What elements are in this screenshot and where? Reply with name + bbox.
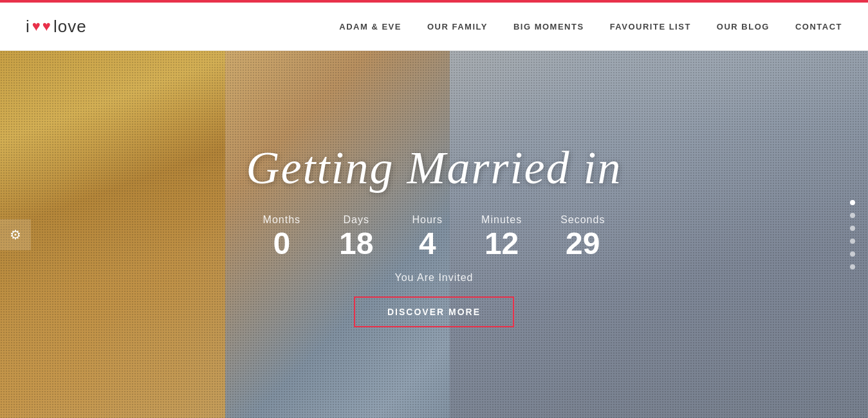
countdown-days: Days 18: [339, 214, 373, 259]
countdown-minutes: Minutes 12: [481, 214, 522, 259]
nav-adam-eve[interactable]: ADAM & EVE: [339, 22, 402, 32]
logo-text-after: love: [53, 17, 87, 37]
hero-title: Getting Married in: [246, 141, 622, 195]
dot-1[interactable]: [850, 200, 855, 205]
logo-text-before: i: [26, 17, 30, 37]
dots-navigation: [850, 200, 855, 269]
nav-our-family[interactable]: OUR FAMILY: [427, 22, 488, 32]
heart-icon-1: ♥: [32, 18, 41, 35]
minutes-label: Minutes: [481, 214, 522, 226]
gear-icon: ⚙: [10, 227, 21, 242]
invited-text: You Are Invited: [246, 272, 622, 284]
dot-5[interactable]: [850, 251, 855, 257]
logo[interactable]: i ♥ ♥ love: [26, 17, 87, 37]
countdown-months: Months 0: [263, 214, 300, 259]
seconds-label: Seconds: [560, 214, 605, 226]
dot-6[interactable]: [850, 264, 855, 269]
minutes-value: 12: [485, 228, 519, 259]
hours-label: Hours: [412, 214, 443, 226]
hero-content: Getting Married in Months 0 Days 18 Hour…: [246, 141, 622, 327]
discover-more-button[interactable]: DISCOVER MORE: [354, 296, 514, 327]
nav-contact[interactable]: CONTACT: [795, 22, 842, 32]
dot-3[interactable]: [850, 226, 855, 231]
hero-left-panel: [0, 51, 225, 418]
header: i ♥ ♥ love ADAM & EVE OUR FAMILY BIG MOM…: [0, 3, 868, 51]
logo-hearts: ♥ ♥: [32, 18, 52, 35]
seconds-value: 29: [566, 228, 600, 259]
months-label: Months: [263, 214, 300, 226]
countdown: Months 0 Days 18 Hours 4 Minutes 12 Seco…: [246, 214, 622, 259]
days-label: Days: [344, 214, 369, 226]
months-value: 0: [273, 228, 290, 259]
dot-4[interactable]: [850, 239, 855, 244]
countdown-seconds: Seconds 29: [560, 214, 605, 259]
countdown-hours: Hours 4: [412, 214, 443, 259]
settings-button[interactable]: ⚙: [0, 219, 31, 250]
hero-section: ⚙ Getting Married in Months 0 Days 18 Ho…: [0, 51, 868, 418]
days-value: 18: [339, 228, 373, 259]
main-nav: ADAM & EVE OUR FAMILY BIG MOMENTS FAVOUR…: [339, 22, 842, 32]
heart-icon-2: ♥: [42, 18, 51, 35]
nav-our-blog[interactable]: OUR BLOG: [717, 22, 770, 32]
nav-big-moments[interactable]: BIG MOMENTS: [513, 22, 584, 32]
hours-value: 4: [419, 228, 436, 259]
nav-favourite-list[interactable]: FAVOURITE LIST: [610, 22, 691, 32]
dot-2[interactable]: [850, 213, 855, 218]
